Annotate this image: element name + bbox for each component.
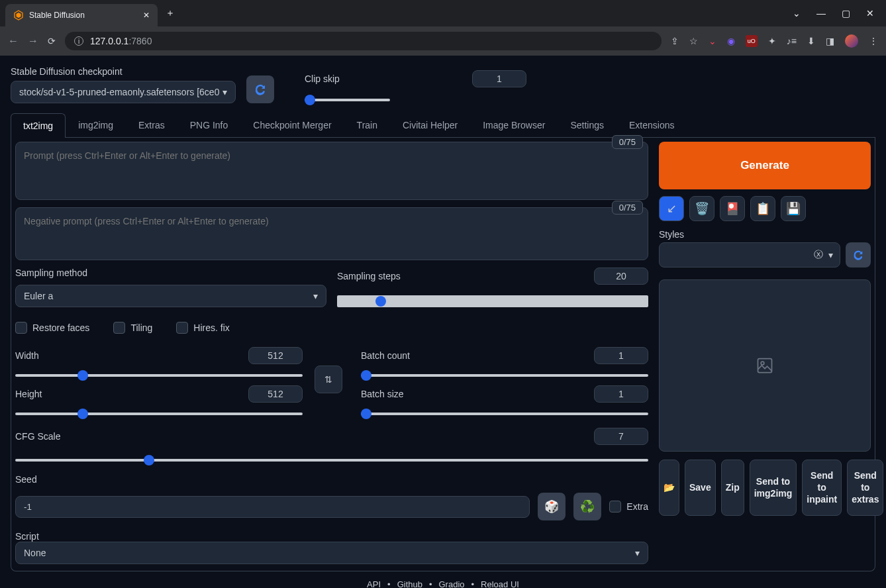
generate-button[interactable]: Generate bbox=[659, 142, 871, 189]
send-to-extras-button[interactable]: Send toextras bbox=[847, 460, 883, 516]
clear-button[interactable]: 🗑️ bbox=[689, 196, 714, 221]
random-seed-button[interactable]: 🎲 bbox=[538, 493, 566, 520]
batch-size-label: Batch size bbox=[361, 389, 404, 399]
sidebar-icon[interactable]: ◨ bbox=[826, 36, 834, 46]
prompt-input[interactable] bbox=[15, 142, 648, 200]
extra-networks-button[interactable]: 🎴 bbox=[720, 196, 745, 221]
clipboard-icon: 📋 bbox=[756, 201, 770, 216]
star-icon[interactable]: ☆ bbox=[689, 36, 698, 46]
reuse-seed-button[interactable]: ♻️ bbox=[573, 493, 601, 520]
tab-img2img[interactable]: img2img bbox=[66, 113, 126, 137]
footer-link-api[interactable]: API bbox=[367, 579, 381, 588]
tab-extensions[interactable]: Extensions bbox=[616, 113, 687, 137]
tab-txt2img[interactable]: txt2img bbox=[11, 113, 66, 138]
back-button[interactable]: ← bbox=[8, 35, 19, 47]
chevron-down-icon: ▾ bbox=[313, 291, 318, 301]
playlist-icon[interactable]: ♪≡ bbox=[787, 36, 797, 46]
close-window-icon[interactable]: ✕ bbox=[866, 8, 874, 19]
refresh-styles-button[interactable] bbox=[846, 242, 871, 268]
clear-styles-icon[interactable]: ⓧ bbox=[814, 249, 823, 261]
trash-icon: 🗑️ bbox=[695, 201, 709, 216]
tab-image-browser[interactable]: Image Browser bbox=[470, 113, 558, 137]
window-controls: ⌄ — ▢ ✕ bbox=[793, 8, 886, 19]
sampling-method-label: Sampling method bbox=[15, 268, 87, 278]
firefox-relay-icon[interactable]: ◉ bbox=[727, 36, 735, 46]
seed-extra-check[interactable]: Extra bbox=[609, 501, 648, 513]
url-field[interactable]: i 127.0.0.1:7860 bbox=[65, 32, 662, 50]
card-icon: 🎴 bbox=[725, 201, 740, 216]
downloads-icon[interactable]: ⬇ bbox=[807, 36, 815, 46]
tiling-check[interactable]: Tiling bbox=[113, 322, 152, 334]
clip-skip-slider[interactable] bbox=[305, 99, 390, 101]
zip-button[interactable]: Zip bbox=[721, 460, 744, 516]
clip-skip-value[interactable]: 1 bbox=[472, 70, 526, 87]
width-value[interactable]: 512 bbox=[248, 347, 303, 364]
batch-count-slider[interactable] bbox=[361, 374, 648, 377]
open-folder-button[interactable]: 📂 bbox=[659, 460, 679, 516]
profile-avatar[interactable] bbox=[845, 34, 858, 48]
tab-png-info[interactable]: PNG Info bbox=[177, 113, 241, 137]
extensions-icon[interactable]: ✦ bbox=[768, 36, 776, 46]
svg-rect-2 bbox=[758, 359, 772, 373]
minimize-icon[interactable]: — bbox=[816, 8, 826, 19]
sampling-method-select[interactable]: Euler a ▾ bbox=[15, 285, 326, 307]
chevron-down-icon: ▾ bbox=[828, 250, 833, 260]
cfg-slider[interactable] bbox=[15, 459, 648, 462]
refresh-icon bbox=[254, 83, 267, 96]
hires-fix-check[interactable]: Hires. fix bbox=[176, 322, 229, 334]
tab-checkpoint-merger[interactable]: Checkpoint Merger bbox=[240, 113, 344, 137]
height-slider[interactable] bbox=[15, 413, 303, 415]
height-value[interactable]: 512 bbox=[248, 385, 303, 403]
batch-count-value[interactable]: 1 bbox=[594, 347, 648, 364]
chevron-down-icon[interactable]: ⌄ bbox=[793, 8, 801, 19]
send-to-img2img-button[interactable]: Send toimg2img bbox=[750, 460, 797, 516]
save-button[interactable]: Save bbox=[685, 460, 716, 516]
script-label: Script bbox=[15, 531, 39, 542]
output-image bbox=[659, 279, 871, 452]
restore-faces-check[interactable]: Restore faces bbox=[15, 322, 89, 334]
close-icon[interactable]: ✕ bbox=[143, 11, 150, 20]
styles-label: Styles bbox=[659, 229, 871, 240]
sampling-steps-value[interactable]: 20 bbox=[594, 268, 648, 285]
tab-civitai-helper[interactable]: Civitai Helper bbox=[390, 113, 470, 137]
menu-icon[interactable]: ⋮ bbox=[869, 36, 878, 46]
footer-link-gradio[interactable]: Gradio bbox=[439, 579, 465, 588]
pocket-icon[interactable]: ⌄ bbox=[709, 36, 716, 46]
tab-settings[interactable]: Settings bbox=[558, 113, 616, 137]
clipboard-button[interactable]: 📋 bbox=[750, 196, 775, 221]
footer-link-reload[interactable]: Reload UI bbox=[481, 579, 519, 588]
tab-extras[interactable]: Extras bbox=[126, 113, 177, 137]
negative-prompt-input[interactable] bbox=[15, 207, 648, 260]
share-icon[interactable]: ⇪ bbox=[671, 36, 679, 46]
url-host: 127.0.0.1 bbox=[90, 36, 128, 46]
styles-select[interactable]: ⓧ ▾ bbox=[659, 242, 840, 268]
seed-label: Seed bbox=[15, 474, 648, 485]
maximize-icon[interactable]: ▢ bbox=[842, 8, 850, 19]
browser-tab[interactable]: Stable Diffusion ✕ bbox=[5, 4, 158, 26]
refresh-checkpoint-button[interactable] bbox=[246, 75, 274, 103]
width-slider[interactable] bbox=[15, 374, 303, 377]
seed-input[interactable] bbox=[15, 496, 530, 518]
refresh-icon bbox=[852, 249, 864, 261]
script-select[interactable]: None ▾ bbox=[15, 542, 648, 564]
save-style-button[interactable]: 💾 bbox=[781, 196, 806, 221]
reload-button[interactable]: ⟳ bbox=[48, 36, 56, 46]
batch-size-slider[interactable] bbox=[361, 413, 648, 415]
sampling-steps-label: Sampling steps bbox=[337, 271, 401, 281]
checkpoint-select[interactable]: stock/sd-v1-5-pruned-emaonly.safetensors… bbox=[11, 81, 236, 103]
footer-link-github[interactable]: Github bbox=[397, 579, 422, 588]
cfg-value[interactable]: 7 bbox=[594, 428, 648, 445]
swap-icon: ⇅ bbox=[324, 374, 332, 385]
new-tab-button[interactable]: ＋ bbox=[166, 7, 175, 19]
tab-train[interactable]: Train bbox=[344, 113, 390, 137]
sampling-steps-slider[interactable] bbox=[337, 295, 648, 307]
swap-dimensions-button[interactable]: ⇅ bbox=[315, 366, 342, 393]
favicon-icon bbox=[13, 10, 24, 21]
ublock-icon[interactable]: uO bbox=[746, 35, 758, 47]
browser-chrome: Stable Diffusion ✕ ＋ ⌄ — ▢ ✕ ← → ⟳ i 127… bbox=[0, 0, 886, 56]
interrogate-button[interactable]: ↙ bbox=[659, 196, 684, 221]
batch-size-value[interactable]: 1 bbox=[594, 385, 648, 403]
send-to-inpaint-button[interactable]: Send toinpaint bbox=[802, 460, 842, 516]
forward-button[interactable]: → bbox=[28, 35, 38, 47]
image-placeholder-icon bbox=[756, 356, 774, 375]
